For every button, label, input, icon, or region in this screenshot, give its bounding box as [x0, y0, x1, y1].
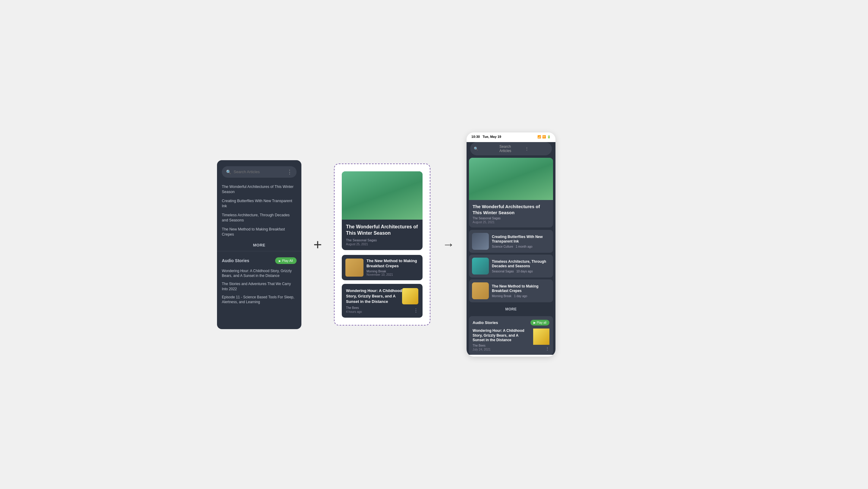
- search-icon: 🔍: [474, 147, 497, 151]
- right-audio-header: Audio Stories ▶ Play all: [472, 320, 550, 325]
- right-featured-title: The Wonderful Architectures of This Wint…: [472, 204, 550, 215]
- audio-section-title: Audio Stories: [222, 258, 249, 263]
- podcast-date: July 24, 2021: [472, 348, 530, 351]
- list-item[interactable]: Creating Butterflies With New Transparen…: [222, 197, 297, 211]
- right-play-all-button[interactable]: ▶ Play all: [530, 320, 550, 325]
- audio-list-item[interactable]: Episode 11 - Science Based Tools For Sle…: [222, 293, 297, 307]
- arrow-symbol: →: [442, 238, 455, 251]
- center-box: The Wonderful Architectures of This Wint…: [334, 164, 430, 325]
- featured-subtitle: The Seasonal Sagas: [346, 238, 418, 242]
- status-icons: 📶 🛜 🔋: [537, 135, 551, 139]
- article-category: Science Culture 1 month ago: [492, 245, 550, 248]
- article-thumbnail: [472, 282, 489, 299]
- right-article-row[interactable]: The New Method to Making Breakfast Crepe…: [469, 279, 553, 302]
- article-category: Seasonal Sagas 10 days ago: [492, 270, 550, 273]
- podcast-time: 4 hours ago: [346, 310, 418, 313]
- right-featured-image: [469, 158, 553, 200]
- podcast-image: [402, 288, 418, 305]
- podcast-more-icon[interactable]: ⋮: [413, 308, 418, 313]
- podcast-author: The Bees: [346, 306, 418, 310]
- article-category: Morning Break: [367, 270, 419, 273]
- left-search-bar[interactable]: 🔍 ⋮: [222, 166, 297, 178]
- right-phone: 10:30 Tue, May 19 📶 🛜 🔋 🔍 Search Article…: [467, 133, 555, 356]
- article-text: Creating Butterflies With New Transparen…: [492, 235, 550, 248]
- small-card[interactable]: The New Method to Making Breakfast Crepe…: [342, 255, 423, 280]
- status-bar: 10:30 Tue, May 19 📶 🛜 🔋: [467, 133, 555, 140]
- right-featured-date: August 25, 2021: [472, 221, 550, 224]
- search-placeholder: Search Articles: [499, 144, 523, 153]
- article-content: The New Method to Making Breakfast Crepe…: [367, 259, 419, 277]
- divider: [217, 251, 301, 251]
- podcast-card[interactable]: Wondering Hour: A Childhood Story, Grizz…: [342, 284, 423, 318]
- play-all-label: Play all: [537, 321, 547, 324]
- more-options-icon[interactable]: ⋮: [287, 169, 292, 175]
- more-options-icon[interactable]: ⋮: [525, 147, 548, 151]
- article-text: Timeless Architecture, Through Decades a…: [492, 259, 550, 273]
- podcast-title: Wondering Hour: A Childhood Story, Grizz…: [472, 328, 530, 343]
- right-podcast-row[interactable]: Wondering Hour: A Childhood Story, Grizz…: [472, 328, 550, 351]
- podcast-more-icon[interactable]: ⋮: [545, 346, 550, 351]
- right-podcast-content: Wondering Hour: A Childhood Story, Grizz…: [472, 328, 530, 351]
- article-text: The New Method to Making Breakfast Crepe…: [492, 284, 550, 298]
- podcast-image: [533, 328, 550, 345]
- left-article-list: The Wonderful Architectures of This Wint…: [217, 182, 301, 239]
- list-item[interactable]: Timeless Architecture, Through Decades a…: [222, 211, 297, 225]
- article-title: Timeless Architecture, Through Decades a…: [492, 259, 550, 269]
- play-icon: [279, 259, 281, 262]
- search-icon: 🔍: [226, 170, 231, 174]
- play-all-button[interactable]: Play All: [275, 257, 297, 264]
- right-audio-section: Audio Stories ▶ Play all Wondering Hour:…: [469, 316, 553, 355]
- featured-content: The Wonderful Architectures of This Wint…: [342, 220, 423, 250]
- podcast-author: The Bees: [472, 344, 530, 347]
- list-item[interactable]: The New Method to Making Breakfast Crepe…: [222, 225, 297, 239]
- right-audio-title: Audio Stories: [472, 320, 498, 325]
- featured-date: August 25, 2021: [346, 242, 418, 246]
- left-audio-section: Audio Stories Play All Wondering Hour: A…: [217, 254, 301, 307]
- featured-card[interactable]: The Wonderful Architectures of This Wint…: [342, 171, 423, 250]
- more-button[interactable]: MORE: [217, 243, 301, 247]
- battery-icon: 🔋: [547, 135, 551, 139]
- right-more-button[interactable]: MORE: [467, 304, 555, 314]
- article-thumbnail: [472, 258, 489, 275]
- left-search-input[interactable]: [234, 170, 284, 174]
- right-article-row[interactable]: Creating Butterflies With New Transparen…: [469, 230, 553, 253]
- audio-header: Audio Stories Play All: [222, 257, 297, 264]
- right-search-bar[interactable]: 🔍 Search Articles ⋮: [470, 142, 552, 155]
- main-container: 🔍 ⋮ The Wonderful Architectures of This …: [217, 133, 651, 356]
- right-featured-card[interactable]: The Wonderful Architectures of This Wint…: [469, 158, 553, 227]
- article-thumbnail: [345, 259, 364, 277]
- left-phone: 🔍 ⋮ The Wonderful Architectures of This …: [217, 160, 301, 329]
- audio-list-item[interactable]: The Stories and Adventures That We Carry…: [222, 280, 297, 293]
- status-time: 10:30 Tue, May 19: [471, 135, 501, 139]
- featured-title: The Wonderful Architectures of This Wint…: [346, 224, 418, 236]
- article-thumbnail: [472, 233, 489, 250]
- wifi-icon: 🛜: [542, 135, 546, 139]
- right-featured-subtitle: The Seasonal Sagas: [472, 217, 550, 220]
- article-category: Morning Break 1 day ago: [492, 294, 550, 298]
- play-all-label: Play All: [282, 259, 293, 262]
- article-title: The New Method to Making Breakfast Crepe…: [367, 259, 419, 269]
- audio-list-item[interactable]: Wondering Hour: A Childhood Story, Grizz…: [222, 267, 297, 280]
- signal-icon: 📶: [537, 135, 541, 139]
- article-title: Creating Butterflies With New Transparen…: [492, 235, 550, 244]
- article-title: The New Method to Making Breakfast Crepe…: [492, 284, 550, 293]
- featured-image: [342, 171, 423, 220]
- right-featured-content: The Wonderful Architectures of This Wint…: [469, 200, 553, 227]
- plus-symbol: +: [313, 236, 322, 253]
- article-date: November 10, 2021: [367, 273, 419, 276]
- play-icon: ▶: [533, 321, 536, 324]
- phone-body: 🔍 Search Articles ⋮ The Wonderful Archit…: [467, 142, 555, 355]
- right-article-row[interactable]: Timeless Architecture, Through Decades a…: [469, 255, 553, 278]
- list-item[interactable]: The Wonderful Architectures of This Wint…: [222, 182, 297, 197]
